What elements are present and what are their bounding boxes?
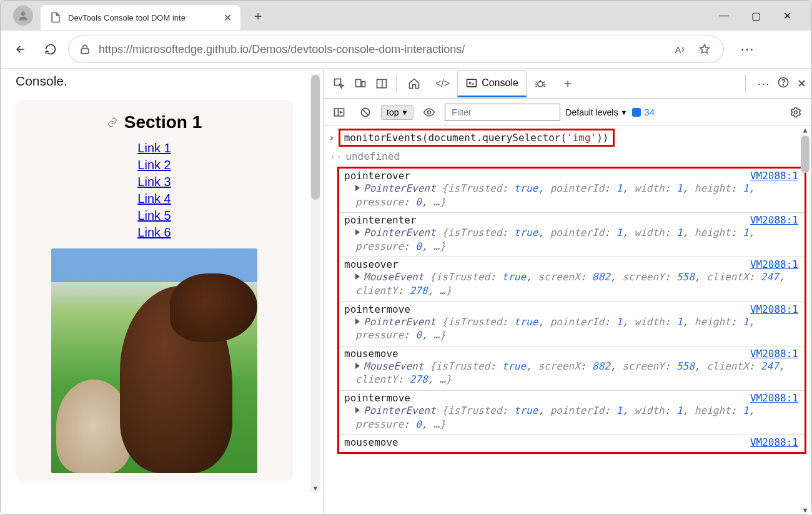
return-arrow-icon: ‹·: [330, 150, 342, 162]
more-tabs-button[interactable]: ＋: [554, 70, 582, 97]
dock-side-button[interactable]: [371, 73, 392, 94]
devtools-menu-button[interactable]: ⋯: [757, 76, 770, 91]
event-name: mousemove: [344, 436, 800, 448]
page-image[interactable]: [51, 248, 257, 473]
inspect-icon: [333, 77, 345, 90]
console-log-entry[interactable]: pointermove VM2088:1 PointerEvent {isTru…: [339, 302, 805, 346]
link-item[interactable]: Link 6: [137, 225, 171, 240]
event-name: pointermove: [344, 392, 800, 404]
devtools-tabstrip: </> Console ＋ ⋯ ✕: [324, 69, 811, 99]
console-input-highlight: monitorEvents(document.querySelector('im…: [339, 129, 615, 147]
tab-console[interactable]: Console: [457, 70, 527, 97]
device-emulation-button[interactable]: [350, 73, 371, 94]
source-link[interactable]: VM2088:1: [750, 303, 798, 315]
scroll-down-arrow[interactable]: ▼: [803, 506, 808, 514]
tab-close-button[interactable]: ✕: [224, 12, 232, 24]
link-icon: [107, 117, 118, 128]
section-title-text: Section 1: [124, 112, 202, 132]
section-heading: Section 1: [28, 112, 280, 132]
context-selector[interactable]: top ▼: [381, 105, 413, 120]
eye-icon: [423, 106, 435, 119]
link-item[interactable]: Link 1: [137, 141, 171, 155]
addressbar[interactable]: https://microsoftedge.github.io/Demos/de…: [68, 36, 724, 63]
expand-triangle-icon[interactable]: [355, 363, 360, 369]
expand-triangle-icon[interactable]: [355, 185, 360, 191]
svg-line-21: [363, 109, 368, 114]
back-button[interactable]: [8, 37, 33, 62]
source-link[interactable]: VM2088:1: [750, 214, 798, 226]
page-scrollbar[interactable]: ▼: [310, 74, 320, 492]
profile-avatar[interactable]: [13, 6, 33, 26]
source-link[interactable]: VM2088:1: [750, 436, 798, 448]
minimize-button[interactable]: —: [719, 10, 729, 22]
console-settings-button[interactable]: [785, 102, 806, 123]
expand-triangle-icon[interactable]: [355, 318, 360, 325]
svg-line-12: [535, 86, 537, 87]
expand-triangle-icon[interactable]: [355, 407, 360, 413]
console-log-entry[interactable]: pointerenter VM2088:1 PointerEvent {isTr…: [339, 212, 805, 257]
source-link[interactable]: VM2088:1: [750, 348, 798, 360]
bug-icon: [534, 77, 547, 90]
browser-menu-button[interactable]: ⋯: [729, 41, 765, 57]
help-button[interactable]: [777, 76, 790, 91]
maximize-button[interactable]: ▢: [751, 10, 761, 22]
scroll-thumb[interactable]: [311, 75, 320, 200]
console-log-entry[interactable]: mousemove VM2088:1 MouseEvent {isTrusted…: [339, 346, 805, 390]
svg-rect-3: [356, 79, 361, 87]
sidebar-toggle-button[interactable]: [329, 102, 350, 123]
source-link[interactable]: VM2088:1: [750, 170, 798, 182]
clear-console-button[interactable]: [355, 102, 376, 123]
reload-icon: [44, 43, 57, 56]
star-icon: [698, 43, 711, 56]
console-log-entry[interactable]: mouseover VM2088:1 MouseEvent {isTrusted…: [339, 257, 805, 301]
expand-triangle-icon[interactable]: [355, 229, 360, 235]
link-item[interactable]: Link 2: [137, 158, 171, 172]
read-aloud-icon[interactable]: A⟫: [671, 41, 688, 58]
device-icon: [354, 77, 367, 90]
console-log-entry[interactable]: pointerover VM2088:1 PointerEvent {isTru…: [339, 169, 805, 212]
issues-count-label: 34: [644, 107, 655, 117]
arrow-left-icon: [14, 43, 27, 56]
source-link[interactable]: VM2088:1: [750, 392, 798, 404]
console-input-row[interactable]: › monitorEvents(document.querySelector('…: [324, 126, 811, 149]
tab-sources[interactable]: [527, 70, 554, 97]
link-item[interactable]: Link 5: [137, 208, 171, 223]
scroll-up-arrow[interactable]: ▲: [803, 126, 808, 134]
tab-elements[interactable]: </>: [428, 70, 457, 97]
svg-point-22: [428, 110, 431, 114]
favorite-button[interactable]: [696, 41, 713, 58]
inspect-element-button[interactable]: [329, 73, 350, 94]
link-item[interactable]: Link 4: [137, 192, 171, 206]
console-scrollbar[interactable]: ▲ ▼: [800, 126, 810, 514]
console-filter-input[interactable]: [445, 104, 560, 121]
window-controls: — ▢ ✕: [719, 10, 806, 22]
browser-tab-active[interactable]: DevTools Console tool DOM inte ✕: [41, 5, 240, 30]
new-tab-button[interactable]: ＋: [248, 6, 268, 26]
event-name: pointerover: [344, 170, 800, 182]
close-window-button[interactable]: ✕: [783, 10, 791, 22]
devtools-close-button[interactable]: ✕: [797, 77, 806, 91]
links-list: Link 1 Link 2 Link 3 Link 4 Link 5 Link …: [28, 141, 280, 240]
svg-line-11: [543, 81, 545, 82]
source-link[interactable]: VM2088:1: [750, 258, 798, 270]
log-levels-selector[interactable]: Default levels ▼: [565, 107, 627, 117]
event-name: pointermove: [344, 303, 800, 315]
issues-button[interactable]: 34: [632, 107, 655, 117]
event-name: mousemove: [344, 348, 800, 360]
reload-button[interactable]: [38, 37, 63, 62]
tab-welcome[interactable]: [400, 70, 428, 97]
link-item[interactable]: Link 3: [137, 175, 171, 189]
lock-icon: [79, 43, 91, 56]
svg-line-13: [543, 86, 545, 87]
scroll-thumb[interactable]: [801, 135, 810, 173]
live-expression-button[interactable]: [418, 102, 440, 123]
console-log-entry[interactable]: mousemove VM2088:1: [339, 434, 805, 452]
console-prompt-icon: ›: [329, 132, 335, 144]
home-icon: [408, 77, 420, 90]
console-return-row: ‹· undefined: [324, 149, 811, 165]
console-log-entry[interactable]: pointermove VM2088:1 PointerEvent {isTru…: [339, 390, 805, 434]
scroll-down-arrow[interactable]: ▼: [312, 484, 319, 492]
events-highlight-box: pointerover VM2088:1 PointerEvent {isTru…: [337, 167, 806, 454]
person-icon: [17, 9, 29, 22]
expand-triangle-icon[interactable]: [355, 273, 360, 280]
